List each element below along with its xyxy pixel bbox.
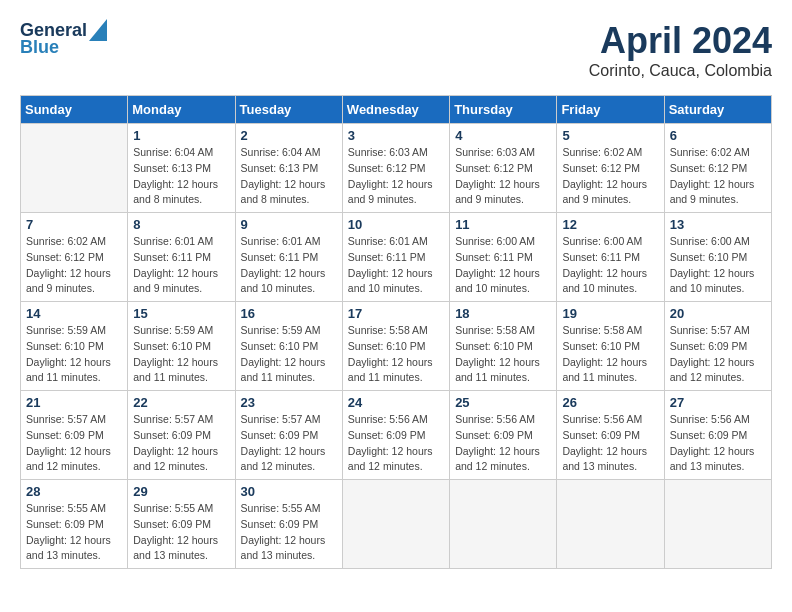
day-number: 25 [455,395,551,410]
day-info: Sunrise: 6:00 AM Sunset: 6:11 PM Dayligh… [455,234,551,297]
day-info: Sunrise: 5:58 AM Sunset: 6:10 PM Dayligh… [455,323,551,386]
day-number: 15 [133,306,229,321]
calendar-cell: 11Sunrise: 6:00 AM Sunset: 6:11 PM Dayli… [450,213,557,302]
calendar-week-2: 7Sunrise: 6:02 AM Sunset: 6:12 PM Daylig… [21,213,772,302]
calendar-cell [450,480,557,569]
day-number: 1 [133,128,229,143]
day-info: Sunrise: 5:57 AM Sunset: 6:09 PM Dayligh… [241,412,337,475]
day-number: 5 [562,128,658,143]
calendar-cell: 26Sunrise: 5:56 AM Sunset: 6:09 PM Dayli… [557,391,664,480]
day-number: 29 [133,484,229,499]
calendar-cell: 22Sunrise: 5:57 AM Sunset: 6:09 PM Dayli… [128,391,235,480]
header-saturday: Saturday [664,96,771,124]
calendar-cell: 12Sunrise: 6:00 AM Sunset: 6:11 PM Dayli… [557,213,664,302]
calendar-week-1: 1Sunrise: 6:04 AM Sunset: 6:13 PM Daylig… [21,124,772,213]
calendar-cell: 1Sunrise: 6:04 AM Sunset: 6:13 PM Daylig… [128,124,235,213]
calendar-cell: 20Sunrise: 5:57 AM Sunset: 6:09 PM Dayli… [664,302,771,391]
day-number: 17 [348,306,444,321]
calendar-cell: 4Sunrise: 6:03 AM Sunset: 6:12 PM Daylig… [450,124,557,213]
calendar-cell: 23Sunrise: 5:57 AM Sunset: 6:09 PM Dayli… [235,391,342,480]
day-info: Sunrise: 5:58 AM Sunset: 6:10 PM Dayligh… [562,323,658,386]
calendar-cell: 2Sunrise: 6:04 AM Sunset: 6:13 PM Daylig… [235,124,342,213]
day-number: 9 [241,217,337,232]
calendar-cell: 19Sunrise: 5:58 AM Sunset: 6:10 PM Dayli… [557,302,664,391]
day-number: 11 [455,217,551,232]
header-sunday: Sunday [21,96,128,124]
day-number: 14 [26,306,122,321]
calendar-cell: 15Sunrise: 5:59 AM Sunset: 6:10 PM Dayli… [128,302,235,391]
day-number: 19 [562,306,658,321]
day-info: Sunrise: 6:01 AM Sunset: 6:11 PM Dayligh… [241,234,337,297]
calendar-cell: 13Sunrise: 6:00 AM Sunset: 6:10 PM Dayli… [664,213,771,302]
calendar-cell: 10Sunrise: 6:01 AM Sunset: 6:11 PM Dayli… [342,213,449,302]
day-number: 20 [670,306,766,321]
calendar-cell: 9Sunrise: 6:01 AM Sunset: 6:11 PM Daylig… [235,213,342,302]
day-info: Sunrise: 5:59 AM Sunset: 6:10 PM Dayligh… [241,323,337,386]
day-info: Sunrise: 5:56 AM Sunset: 6:09 PM Dayligh… [670,412,766,475]
day-number: 13 [670,217,766,232]
calendar-header-row: SundayMondayTuesdayWednesdayThursdayFrid… [21,96,772,124]
day-number: 26 [562,395,658,410]
header-tuesday: Tuesday [235,96,342,124]
logo-blue: Blue [20,37,107,58]
day-info: Sunrise: 6:04 AM Sunset: 6:13 PM Dayligh… [133,145,229,208]
calendar-cell [557,480,664,569]
day-info: Sunrise: 6:01 AM Sunset: 6:11 PM Dayligh… [348,234,444,297]
day-info: Sunrise: 6:02 AM Sunset: 6:12 PM Dayligh… [670,145,766,208]
day-number: 7 [26,217,122,232]
calendar-week-5: 28Sunrise: 5:55 AM Sunset: 6:09 PM Dayli… [21,480,772,569]
calendar-cell: 14Sunrise: 5:59 AM Sunset: 6:10 PM Dayli… [21,302,128,391]
calendar-cell [664,480,771,569]
page-header: General Blue April 2024 Corinto, Cauca, … [20,20,772,80]
day-info: Sunrise: 5:56 AM Sunset: 6:09 PM Dayligh… [562,412,658,475]
calendar-cell: 24Sunrise: 5:56 AM Sunset: 6:09 PM Dayli… [342,391,449,480]
day-number: 6 [670,128,766,143]
day-info: Sunrise: 5:57 AM Sunset: 6:09 PM Dayligh… [133,412,229,475]
calendar-cell: 16Sunrise: 5:59 AM Sunset: 6:10 PM Dayli… [235,302,342,391]
day-number: 28 [26,484,122,499]
header-monday: Monday [128,96,235,124]
calendar-cell: 28Sunrise: 5:55 AM Sunset: 6:09 PM Dayli… [21,480,128,569]
calendar-cell: 25Sunrise: 5:56 AM Sunset: 6:09 PM Dayli… [450,391,557,480]
day-number: 24 [348,395,444,410]
day-info: Sunrise: 6:01 AM Sunset: 6:11 PM Dayligh… [133,234,229,297]
day-number: 2 [241,128,337,143]
calendar-cell: 3Sunrise: 6:03 AM Sunset: 6:12 PM Daylig… [342,124,449,213]
day-info: Sunrise: 5:57 AM Sunset: 6:09 PM Dayligh… [670,323,766,386]
day-info: Sunrise: 6:03 AM Sunset: 6:12 PM Dayligh… [348,145,444,208]
calendar-cell: 18Sunrise: 5:58 AM Sunset: 6:10 PM Dayli… [450,302,557,391]
calendar-cell: 29Sunrise: 5:55 AM Sunset: 6:09 PM Dayli… [128,480,235,569]
header-thursday: Thursday [450,96,557,124]
day-info: Sunrise: 6:02 AM Sunset: 6:12 PM Dayligh… [26,234,122,297]
title-section: April 2024 Corinto, Cauca, Colombia [589,20,772,80]
calendar-cell [342,480,449,569]
calendar-cell: 6Sunrise: 6:02 AM Sunset: 6:12 PM Daylig… [664,124,771,213]
day-number: 30 [241,484,337,499]
calendar-cell: 21Sunrise: 5:57 AM Sunset: 6:09 PM Dayli… [21,391,128,480]
calendar-cell [21,124,128,213]
calendar-cell: 17Sunrise: 5:58 AM Sunset: 6:10 PM Dayli… [342,302,449,391]
header-wednesday: Wednesday [342,96,449,124]
header-friday: Friday [557,96,664,124]
day-info: Sunrise: 5:55 AM Sunset: 6:09 PM Dayligh… [241,501,337,564]
day-number: 10 [348,217,444,232]
calendar-week-4: 21Sunrise: 5:57 AM Sunset: 6:09 PM Dayli… [21,391,772,480]
calendar-cell: 27Sunrise: 5:56 AM Sunset: 6:09 PM Dayli… [664,391,771,480]
day-number: 18 [455,306,551,321]
day-number: 12 [562,217,658,232]
day-info: Sunrise: 6:00 AM Sunset: 6:10 PM Dayligh… [670,234,766,297]
day-info: Sunrise: 5:57 AM Sunset: 6:09 PM Dayligh… [26,412,122,475]
calendar-week-3: 14Sunrise: 5:59 AM Sunset: 6:10 PM Dayli… [21,302,772,391]
calendar-cell: 5Sunrise: 6:02 AM Sunset: 6:12 PM Daylig… [557,124,664,213]
day-info: Sunrise: 5:58 AM Sunset: 6:10 PM Dayligh… [348,323,444,386]
day-info: Sunrise: 6:04 AM Sunset: 6:13 PM Dayligh… [241,145,337,208]
calendar-cell: 7Sunrise: 6:02 AM Sunset: 6:12 PM Daylig… [21,213,128,302]
calendar-cell: 30Sunrise: 5:55 AM Sunset: 6:09 PM Dayli… [235,480,342,569]
day-info: Sunrise: 6:03 AM Sunset: 6:12 PM Dayligh… [455,145,551,208]
day-info: Sunrise: 5:59 AM Sunset: 6:10 PM Dayligh… [26,323,122,386]
day-number: 4 [455,128,551,143]
day-number: 27 [670,395,766,410]
day-number: 22 [133,395,229,410]
month-title: April 2024 [589,20,772,62]
day-info: Sunrise: 6:00 AM Sunset: 6:11 PM Dayligh… [562,234,658,297]
